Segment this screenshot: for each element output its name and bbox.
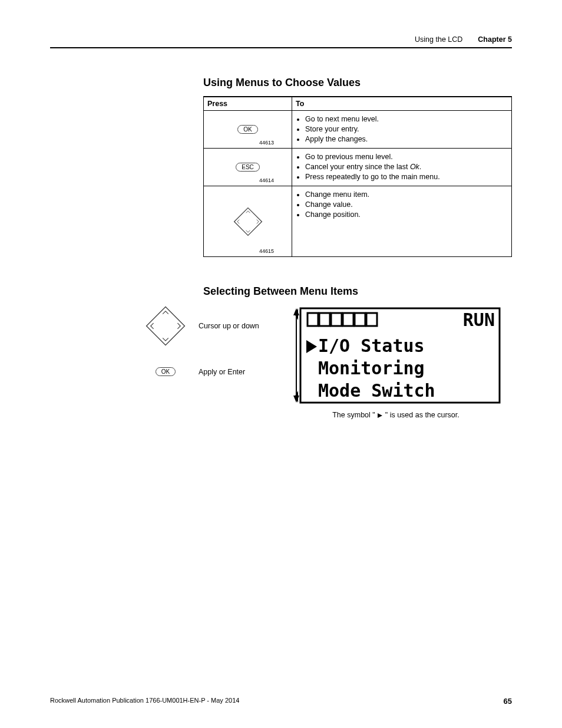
svg-marker-15 (378, 413, 382, 418)
figure-number: 44614 (259, 177, 274, 183)
svg-marker-7 (293, 396, 299, 403)
action-item: Apply the changes. (305, 135, 508, 143)
button-actions-table: Press To OK 44613 Go to next menu lev (203, 96, 512, 257)
action-item: Cancel your entry since the last Ok. (305, 163, 508, 171)
action-item: Change value. (305, 200, 508, 209)
ok-button-icon: OK (156, 367, 176, 376)
control-legend-item: OK Apply or Enter (144, 367, 262, 376)
table-row: OK 44613 Go to next menu level. Store yo… (204, 111, 512, 149)
cursor-triangle-icon (377, 413, 383, 419)
publication-id: Rockwell Automation Publication 1766-UM0… (50, 697, 239, 706)
section-heading-menus: Using Menus to Choose Values (203, 77, 512, 89)
lcd-line: I/O Status (318, 335, 425, 356)
col-press: Press (204, 97, 292, 111)
section-heading-selecting: Selecting Between Menu Items (203, 285, 512, 298)
page-footer: Rockwell Automation Publication 1766-UM0… (50, 697, 512, 706)
dpad-icon (233, 206, 263, 237)
action-item: Go to next menu level. (305, 115, 508, 123)
header-section-title: Using the LCD (415, 35, 462, 44)
svg-marker-0 (234, 207, 262, 235)
svg-marker-6 (293, 308, 299, 315)
col-to: To (292, 97, 512, 111)
control-legend-item: Cursor up or down (144, 305, 262, 347)
ok-button-icon: OK (237, 125, 257, 134)
page-number: 65 (504, 697, 512, 706)
control-legend-label: Apply or Enter (199, 368, 245, 376)
action-item: Go to previous menu level. (305, 153, 508, 161)
lcd-status: RUN (463, 309, 495, 330)
header-chapter: Chapter 5 (478, 35, 512, 44)
action-item: Change position. (305, 210, 508, 219)
action-item: Press repeatedly to go to the main menu. (305, 173, 508, 181)
svg-marker-1 (147, 307, 185, 345)
table-row: 44615 Change menu item. Change value. Ch… (204, 186, 512, 257)
action-item: Store your entry. (305, 125, 508, 133)
lcd-line: Monitoring (318, 358, 425, 378)
action-item: Change menu item. (305, 190, 508, 199)
figure-number: 44613 (259, 140, 274, 146)
lcd-caption: The symbol " " is used as the cursor. (332, 411, 459, 419)
page-header: Using the LCD Chapter 5 (50, 35, 512, 48)
figure-number: 44615 (259, 248, 274, 254)
lcd-screenshot: RUN I/O Status Monitoring Mode Switch (290, 305, 502, 405)
control-legend-label: Cursor up or down (199, 322, 259, 330)
esc-button-icon: ESC (236, 163, 260, 172)
lcd-line: Mode Switch (318, 380, 435, 401)
table-row: ESC 44614 Go to previous menu level. Can… (204, 149, 512, 186)
dpad-icon (144, 305, 187, 347)
